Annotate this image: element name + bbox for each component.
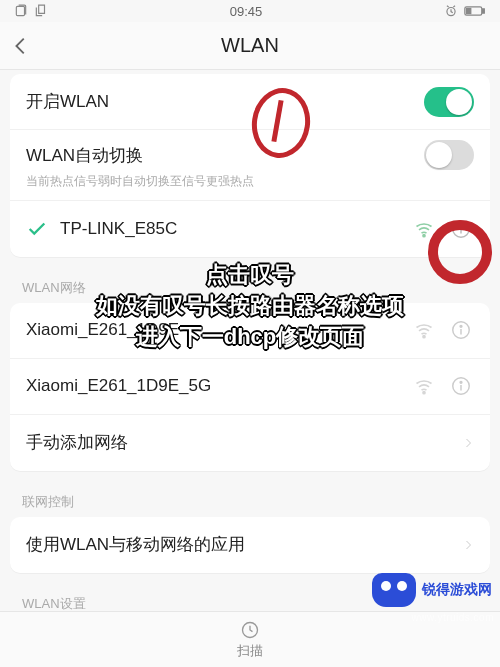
battery-icon [464, 5, 486, 17]
connected-network-label: TP-LINK_E85C [60, 219, 414, 239]
svg-point-8 [423, 336, 425, 338]
page-title: WLAN [221, 34, 279, 57]
card-wlan-main: 开启WLAN WLAN自动切换 当前热点信号弱时自动切换至信号更强热点 TP-L… [10, 74, 490, 257]
card-control: 使用WLAN与移动网络的应用 [10, 517, 490, 573]
copy-icon [34, 4, 48, 18]
svg-point-7 [460, 224, 462, 226]
card-networks: Xiaomi_E261_1D9E Xiaomi_E261_1D9E_5G 手动添… [10, 303, 490, 471]
info-icon[interactable] [450, 375, 474, 397]
app-control-label: 使用WLAN与移动网络的应用 [26, 533, 462, 556]
info-icon[interactable] [450, 319, 474, 341]
row-network-0[interactable]: Xiaomi_E261_1D9E [10, 303, 490, 359]
section-networks: WLAN网络 [0, 271, 500, 303]
row-connected-network[interactable]: TP-LINK_E85C [10, 201, 490, 257]
wifi-icon [414, 320, 436, 340]
auto-switch-sub: 当前热点信号弱时自动切换至信号更强热点 [26, 174, 474, 190]
scan-icon [240, 620, 260, 640]
manual-add-label: 手动添加网络 [26, 431, 462, 454]
svg-rect-0 [16, 6, 24, 15]
row-manual-add[interactable]: 手动添加网络 [10, 415, 490, 471]
wifi-icon [414, 219, 436, 239]
chevron-right-icon [462, 437, 474, 449]
svg-rect-3 [483, 9, 485, 13]
network-label: Xiaomi_E261_1D9E_5G [26, 376, 414, 396]
auto-switch-label: WLAN自动切换 [26, 144, 424, 167]
svg-point-11 [423, 392, 425, 394]
section-control: 联网控制 [0, 485, 500, 517]
svg-rect-4 [467, 8, 471, 13]
svg-point-13 [460, 382, 462, 384]
wlan-switch-label: 开启WLAN [26, 90, 424, 113]
header: WLAN [0, 22, 500, 70]
bottom-label: 扫描 [237, 642, 263, 660]
row-network-1[interactable]: Xiaomi_E261_1D9E_5G [10, 359, 490, 415]
status-bar: 09:45 [0, 0, 500, 22]
toggle-auto-switch[interactable] [424, 140, 474, 170]
watermark-text: 锐得游戏网 [422, 581, 492, 599]
svg-point-10 [460, 326, 462, 328]
status-time: 09:45 [230, 4, 263, 19]
chevron-right-icon [462, 539, 474, 551]
watermark-logo-icon [372, 573, 416, 607]
svg-point-5 [423, 234, 425, 236]
watermark-url: www.ytruids.com [411, 612, 494, 623]
info-icon[interactable] [450, 218, 474, 240]
checkmark-icon [26, 218, 50, 240]
network-label: Xiaomi_E261_1D9E [26, 320, 414, 340]
screenshot-icon [14, 4, 28, 18]
alarm-icon [444, 4, 458, 18]
back-button[interactable] [10, 35, 32, 57]
toggle-wlan[interactable] [424, 87, 474, 117]
watermark: 锐得游戏网 [372, 573, 492, 607]
row-app-control[interactable]: 使用WLAN与移动网络的应用 [10, 517, 490, 573]
row-auto-switch[interactable]: WLAN自动切换 当前热点信号弱时自动切换至信号更强热点 [10, 130, 490, 201]
wifi-icon [414, 376, 436, 396]
row-wlan-switch[interactable]: 开启WLAN [10, 74, 490, 130]
